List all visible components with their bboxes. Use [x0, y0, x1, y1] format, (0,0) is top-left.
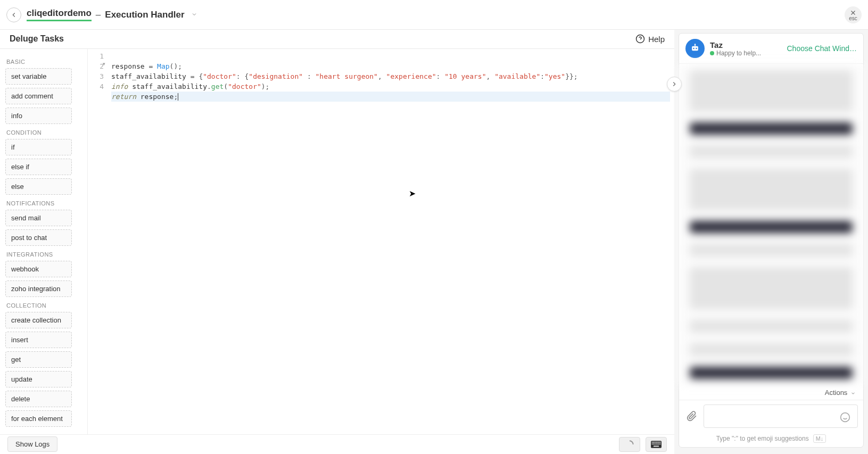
chat-header: Taz Happy to help... Choose Chat Wind… [679, 34, 863, 64]
task-post-to-chat[interactable]: post to chat [5, 229, 72, 246]
markdown-badge: M↓ [813, 434, 826, 443]
code-editor[interactable]: 1 2 3 4 ▾ response = Map(); staff_availa… [88, 49, 674, 434]
task-zoho-integration[interactable]: zoho integration [5, 280, 72, 297]
show-logs-button[interactable]: Show Logs [7, 436, 57, 452]
svg-rect-11 [660, 442, 661, 443]
keyboard-icon[interactable] [646, 437, 667, 452]
page-title[interactable]: cliqeditordemo – Execution Handler [27, 8, 197, 21]
title-separator: – [96, 10, 101, 20]
line-num: 2 [88, 61, 104, 71]
editor-header: Deluge Tasks Help [0, 30, 674, 49]
close-button[interactable]: esc [845, 6, 862, 23]
svg-rect-7 [655, 442, 656, 443]
svg-point-24 [695, 44, 696, 45]
svg-point-25 [841, 413, 850, 422]
svg-rect-19 [654, 445, 659, 447]
svg-point-21 [693, 48, 695, 49]
title-project: cliqeditordemo [27, 8, 92, 21]
line-gutter: 1 2 3 4 [88, 49, 107, 92]
group-basic: BASIC [6, 59, 82, 65]
main: Deluge Tasks Help BASIC set variable add… [0, 30, 868, 454]
task-if[interactable]: if [5, 139, 72, 155]
loading-indicator [619, 437, 640, 452]
chat-input-row [679, 400, 863, 432]
chat-input[interactable] [704, 405, 858, 428]
chat-actions[interactable]: Actions [679, 385, 863, 400]
group-notifications: NOTIFICATIONS [6, 200, 82, 207]
task-else-if[interactable]: else if [5, 159, 72, 175]
svg-point-22 [696, 48, 697, 49]
line-num: 3 [88, 71, 104, 81]
svg-rect-9 [657, 442, 658, 443]
tasks-sidebar: BASIC set variable add comment info COND… [0, 49, 88, 434]
help-label: Help [648, 35, 665, 44]
back-button[interactable] [6, 7, 21, 22]
svg-rect-17 [658, 443, 659, 444]
fold-marker-icon[interactable]: ▾ [103, 61, 105, 67]
code-content[interactable]: response = Map(); staff_availability = {… [107, 49, 674, 114]
chat-messages [679, 64, 863, 385]
chat-hint: Type ":" to get emoji suggestions M↓ [679, 432, 863, 447]
status-dot-icon [710, 51, 714, 55]
svg-rect-20 [692, 46, 698, 51]
svg-rect-8 [656, 442, 657, 443]
line-num: 1 [88, 51, 104, 61]
help-button[interactable]: Help [635, 34, 665, 44]
mouse-cursor-icon: ➤ [409, 188, 416, 199]
editor-footer: Show Logs [0, 434, 674, 454]
header: cliqeditordemo – Execution Handler [0, 0, 868, 30]
svg-rect-12 [652, 443, 653, 444]
emoji-icon[interactable] [838, 410, 853, 425]
group-condition: CONDITION [6, 129, 82, 136]
task-else[interactable]: else [5, 178, 72, 195]
task-get[interactable]: get [5, 351, 72, 368]
editor-area: Deluge Tasks Help BASIC set variable add… [0, 30, 674, 454]
task-create-collection[interactable]: create collection [5, 312, 72, 328]
task-insert[interactable]: insert [5, 332, 72, 348]
run-button[interactable] [667, 77, 682, 92]
svg-rect-18 [660, 443, 661, 444]
chat-name: Taz [710, 40, 761, 49]
line-num: 4 [88, 81, 104, 92]
title-handler: Execution Handler [105, 10, 184, 20]
choose-chat-window[interactable]: Choose Chat Wind… [787, 44, 857, 53]
svg-rect-5 [652, 442, 653, 443]
chat-status: Happy to help... [710, 49, 761, 57]
svg-rect-14 [655, 443, 656, 444]
group-integrations: INTEGRATIONS [6, 251, 82, 258]
task-update[interactable]: update [5, 371, 72, 387]
svg-rect-13 [653, 443, 654, 444]
task-for-each-element[interactable]: for each element [5, 410, 72, 427]
editor-body: BASIC set variable add comment info COND… [0, 49, 674, 434]
editor-title: Deluge Tasks [10, 34, 64, 44]
task-send-mail[interactable]: send mail [5, 210, 72, 226]
close-label: esc [849, 15, 857, 21]
task-add-comment[interactable]: add comment [5, 88, 72, 104]
task-webhook[interactable]: webhook [5, 261, 72, 277]
chevron-down-icon[interactable] [191, 10, 197, 20]
svg-rect-15 [656, 443, 657, 444]
task-info[interactable]: info [5, 108, 72, 124]
group-collection: COLLECTION [6, 302, 82, 309]
svg-rect-10 [658, 442, 659, 443]
svg-rect-6 [653, 442, 654, 443]
svg-rect-16 [657, 443, 658, 444]
chat-panel: Taz Happy to help... Choose Chat Wind… A… [679, 33, 864, 448]
attachment-icon[interactable] [684, 409, 699, 424]
task-delete[interactable]: delete [5, 391, 72, 407]
task-set-variable[interactable]: set variable [5, 68, 72, 85]
bot-avatar [685, 39, 705, 58]
